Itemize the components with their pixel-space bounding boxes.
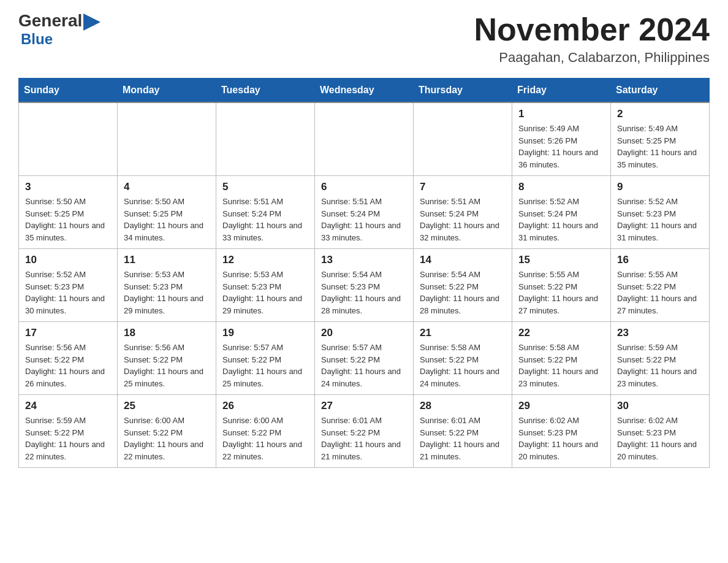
day-number: 30 <box>617 400 703 412</box>
day-number: 15 <box>518 254 604 266</box>
day-number: 17 <box>25 327 111 339</box>
day-number: 16 <box>617 254 703 266</box>
calendar-cell: 1Sunrise: 5:49 AMSunset: 5:26 PMDaylight… <box>512 102 611 176</box>
calendar-cell: 10Sunrise: 5:52 AMSunset: 5:23 PMDayligh… <box>19 249 118 322</box>
day-number: 7 <box>420 181 506 193</box>
day-info: Sunrise: 5:57 AMSunset: 5:22 PMDaylight:… <box>222 342 308 389</box>
day-info: Sunrise: 5:58 AMSunset: 5:22 PMDaylight:… <box>420 342 506 389</box>
day-info: Sunrise: 5:51 AMSunset: 5:24 PMDaylight:… <box>420 196 506 243</box>
logo-general: General <box>18 12 82 32</box>
day-info: Sunrise: 5:53 AMSunset: 5:23 PMDaylight:… <box>124 269 210 316</box>
day-number: 13 <box>321 254 407 266</box>
calendar-cell <box>315 102 414 176</box>
day-info: Sunrise: 5:57 AMSunset: 5:22 PMDaylight:… <box>321 342 407 389</box>
day-number: 6 <box>321 181 407 193</box>
day-number: 20 <box>321 327 407 339</box>
day-info: Sunrise: 5:56 AMSunset: 5:22 PMDaylight:… <box>25 342 111 389</box>
logo: General Blue <box>18 12 82 47</box>
calendar-cell: 15Sunrise: 5:55 AMSunset: 5:22 PMDayligh… <box>512 249 611 322</box>
title-section: November 2024 Paagahan, Calabarzon, Phil… <box>474 12 710 66</box>
calendar-cell: 22Sunrise: 5:58 AMSunset: 5:22 PMDayligh… <box>512 322 611 395</box>
calendar-cell: 6Sunrise: 5:51 AMSunset: 5:24 PMDaylight… <box>315 176 414 249</box>
calendar-cell: 14Sunrise: 5:54 AMSunset: 5:22 PMDayligh… <box>414 249 512 322</box>
day-number: 1 <box>518 108 604 120</box>
day-info: Sunrise: 5:59 AMSunset: 5:22 PMDaylight:… <box>25 415 111 462</box>
calendar-cell: 18Sunrise: 5:56 AMSunset: 5:22 PMDayligh… <box>118 322 216 395</box>
day-number: 21 <box>420 327 506 339</box>
calendar-cell: 8Sunrise: 5:52 AMSunset: 5:24 PMDaylight… <box>512 176 611 249</box>
day-info: Sunrise: 5:55 AMSunset: 5:22 PMDaylight:… <box>617 269 703 316</box>
calendar-cell <box>19 102 118 176</box>
calendar-cell: 7Sunrise: 5:51 AMSunset: 5:24 PMDaylight… <box>414 176 512 249</box>
calendar-cell: 2Sunrise: 5:49 AMSunset: 5:25 PMDaylight… <box>611 102 710 176</box>
calendar-week-row: 10Sunrise: 5:52 AMSunset: 5:23 PMDayligh… <box>19 249 710 322</box>
calendar-week-row: 3Sunrise: 5:50 AMSunset: 5:25 PMDaylight… <box>19 176 710 249</box>
calendar-cell: 30Sunrise: 6:02 AMSunset: 5:23 PMDayligh… <box>611 395 710 468</box>
day-info: Sunrise: 5:50 AMSunset: 5:25 PMDaylight:… <box>124 196 210 243</box>
day-number: 12 <box>222 254 308 266</box>
calendar-cell: 12Sunrise: 5:53 AMSunset: 5:23 PMDayligh… <box>216 249 315 322</box>
day-number: 3 <box>25 181 111 193</box>
calendar-cell: 20Sunrise: 5:57 AMSunset: 5:22 PMDayligh… <box>315 322 414 395</box>
calendar-cell: 28Sunrise: 6:01 AMSunset: 5:22 PMDayligh… <box>414 395 512 468</box>
calendar-week-row: 24Sunrise: 5:59 AMSunset: 5:22 PMDayligh… <box>19 395 710 468</box>
day-info: Sunrise: 5:49 AMSunset: 5:25 PMDaylight:… <box>617 123 703 170</box>
day-info: Sunrise: 6:02 AMSunset: 5:23 PMDaylight:… <box>617 415 703 462</box>
calendar-week-row: 1Sunrise: 5:49 AMSunset: 5:26 PMDaylight… <box>19 102 710 176</box>
calendar-header-row: SundayMondayTuesdayWednesdayThursdayFrid… <box>19 79 710 103</box>
day-info: Sunrise: 5:55 AMSunset: 5:22 PMDaylight:… <box>518 269 604 316</box>
day-info: Sunrise: 5:50 AMSunset: 5:25 PMDaylight:… <box>25 196 111 243</box>
calendar-cell <box>216 102 315 176</box>
header-tuesday: Tuesday <box>216 79 315 103</box>
day-info: Sunrise: 5:56 AMSunset: 5:22 PMDaylight:… <box>124 342 210 389</box>
calendar-cell: 11Sunrise: 5:53 AMSunset: 5:23 PMDayligh… <box>118 249 216 322</box>
day-number: 10 <box>25 254 111 266</box>
day-info: Sunrise: 5:53 AMSunset: 5:23 PMDaylight:… <box>222 269 308 316</box>
day-info: Sunrise: 6:00 AMSunset: 5:22 PMDaylight:… <box>124 415 210 462</box>
day-number: 22 <box>518 327 604 339</box>
day-number: 24 <box>25 400 111 412</box>
calendar-subtitle: Paagahan, Calabarzon, Philippines <box>474 50 710 66</box>
page-header: General Blue November 2024 Paagahan, Cal… <box>18 12 710 66</box>
header-thursday: Thursday <box>414 79 512 103</box>
day-number: 29 <box>518 400 604 412</box>
day-number: 9 <box>617 181 703 193</box>
day-info: Sunrise: 6:01 AMSunset: 5:22 PMDaylight:… <box>420 415 506 462</box>
calendar-week-row: 17Sunrise: 5:56 AMSunset: 5:22 PMDayligh… <box>19 322 710 395</box>
day-number: 26 <box>222 400 308 412</box>
header-sunday: Sunday <box>19 79 118 103</box>
day-info: Sunrise: 6:01 AMSunset: 5:22 PMDaylight:… <box>321 415 407 462</box>
day-info: Sunrise: 6:02 AMSunset: 5:23 PMDaylight:… <box>518 415 604 462</box>
day-info: Sunrise: 5:54 AMSunset: 5:23 PMDaylight:… <box>321 269 407 316</box>
calendar-cell: 27Sunrise: 6:01 AMSunset: 5:22 PMDayligh… <box>315 395 414 468</box>
day-number: 28 <box>420 400 506 412</box>
day-number: 19 <box>222 327 308 339</box>
day-info: Sunrise: 6:00 AMSunset: 5:22 PMDaylight:… <box>222 415 308 462</box>
calendar-cell <box>118 102 216 176</box>
calendar-cell: 23Sunrise: 5:59 AMSunset: 5:22 PMDayligh… <box>611 322 710 395</box>
calendar-cell: 19Sunrise: 5:57 AMSunset: 5:22 PMDayligh… <box>216 322 315 395</box>
day-number: 25 <box>124 400 210 412</box>
calendar-cell: 13Sunrise: 5:54 AMSunset: 5:23 PMDayligh… <box>315 249 414 322</box>
calendar-cell: 24Sunrise: 5:59 AMSunset: 5:22 PMDayligh… <box>19 395 118 468</box>
header-wednesday: Wednesday <box>315 79 414 103</box>
logo-blue: Blue <box>21 32 53 47</box>
day-info: Sunrise: 5:49 AMSunset: 5:26 PMDaylight:… <box>518 123 604 170</box>
day-number: 23 <box>617 327 703 339</box>
day-info: Sunrise: 5:59 AMSunset: 5:22 PMDaylight:… <box>617 342 703 389</box>
day-info: Sunrise: 5:51 AMSunset: 5:24 PMDaylight:… <box>222 196 308 243</box>
calendar-cell: 25Sunrise: 6:00 AMSunset: 5:22 PMDayligh… <box>118 395 216 468</box>
day-number: 2 <box>617 108 703 120</box>
calendar-cell: 4Sunrise: 5:50 AMSunset: 5:25 PMDaylight… <box>118 176 216 249</box>
day-number: 4 <box>124 181 210 193</box>
day-number: 27 <box>321 400 407 412</box>
calendar-cell: 17Sunrise: 5:56 AMSunset: 5:22 PMDayligh… <box>19 322 118 395</box>
day-number: 14 <box>420 254 506 266</box>
header-monday: Monday <box>118 79 216 103</box>
day-info: Sunrise: 5:52 AMSunset: 5:24 PMDaylight:… <box>518 196 604 243</box>
header-saturday: Saturday <box>611 79 710 103</box>
day-number: 8 <box>518 181 604 193</box>
calendar-cell <box>414 102 512 176</box>
svg-marker-0 <box>83 13 100 31</box>
day-info: Sunrise: 5:52 AMSunset: 5:23 PMDaylight:… <box>617 196 703 243</box>
